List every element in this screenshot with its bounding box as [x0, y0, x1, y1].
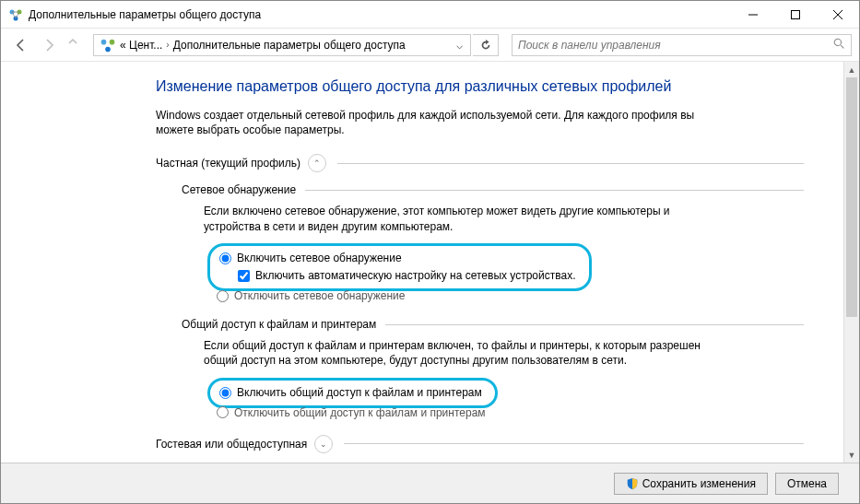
- chevron-icon: ›: [166, 40, 169, 50]
- subsection-discovery: Сетевое обнаружение Если включено сетево…: [182, 183, 804, 303]
- scrollbar[interactable]: ▲ ▼: [843, 62, 859, 463]
- intro-text: Windows создает отдельный сетевой профил…: [156, 108, 727, 137]
- network-icon: [100, 37, 116, 53]
- radio-discovery-off-label: Отключить сетевое обнаружение: [234, 289, 405, 302]
- page-title: Изменение параметров общего доступа для …: [156, 78, 804, 95]
- up-button[interactable]: [64, 32, 82, 58]
- svg-line-14: [841, 45, 843, 48]
- scroll-down-icon[interactable]: ▼: [844, 447, 859, 463]
- check-auto-setup[interactable]: Включить автоматическую настройку на сет…: [238, 267, 576, 285]
- forward-button[interactable]: [36, 32, 62, 58]
- close-button[interactable]: [817, 1, 859, 29]
- sharing-label: Общий доступ к файлам и принтерам: [182, 318, 376, 331]
- highlight-discovery: Включить сетевое обнаружение Включить ав…: [207, 243, 592, 291]
- discovery-desc: Если включено сетевое обнаружение, этот …: [204, 204, 720, 233]
- scroll-up-icon[interactable]: ▲: [844, 62, 859, 77]
- breadcrumb-seg-1[interactable]: « Цент...: [120, 39, 162, 52]
- check-auto-setup-label: Включить автоматическую настройку на сет…: [255, 267, 576, 285]
- footer: Сохранить изменения Отмена: [1, 463, 859, 503]
- svg-rect-7: [792, 10, 800, 18]
- radio-discovery-on[interactable]: Включить сетевое обнаружение: [219, 250, 576, 267]
- subsection-sharing: Общий доступ к файлам и принтерам Если о…: [182, 318, 804, 420]
- save-button-label: Сохранить изменения: [642, 477, 756, 490]
- highlight-sharing: Включить общий доступ к файлам и принтер…: [207, 378, 498, 408]
- refresh-button[interactable]: [473, 34, 499, 56]
- radio-discovery-off-input[interactable]: [217, 290, 229, 302]
- window-title: Дополнительные параметры общего доступа: [29, 8, 261, 21]
- radio-sharing-off[interactable]: Отключить общий доступ к файлам и принте…: [217, 405, 804, 420]
- breadcrumb-seg-2[interactable]: Дополнительные параметры общего доступа: [173, 39, 406, 52]
- save-button[interactable]: Сохранить изменения: [614, 473, 768, 495]
- shield-icon: [626, 477, 639, 490]
- back-button[interactable]: [8, 32, 34, 58]
- scroll-thumb[interactable]: [846, 77, 857, 317]
- svg-point-11: [110, 39, 115, 44]
- radio-sharing-off-label: Отключить общий доступ к файлам и принте…: [234, 406, 486, 419]
- window-controls: [732, 1, 859, 29]
- discovery-label: Сетевое обнаружение: [182, 183, 296, 196]
- svg-point-10: [101, 39, 107, 44]
- titlebar: Дополнительные параметры общего доступа: [1, 1, 859, 29]
- collapse-button-private[interactable]: ⌃: [308, 154, 326, 172]
- cancel-button[interactable]: Отмена: [775, 473, 839, 495]
- radio-sharing-on-input[interactable]: [219, 387, 231, 399]
- maximize-button[interactable]: [774, 1, 817, 29]
- check-auto-setup-input[interactable]: [238, 270, 250, 282]
- svg-point-13: [834, 39, 841, 45]
- minimize-button[interactable]: [732, 1, 774, 29]
- radio-sharing-on-label: Включить общий доступ к файлам и принтер…: [237, 384, 482, 402]
- radio-sharing-on[interactable]: Включить общий доступ к файлам и принтер…: [219, 384, 482, 402]
- radio-sharing-off-input[interactable]: [217, 406, 229, 418]
- cancel-button-label: Отмена: [787, 477, 827, 490]
- search-input[interactable]: [518, 39, 833, 52]
- network-icon: [8, 7, 23, 22]
- radio-discovery-on-label: Включить сетевое обнаружение: [237, 250, 402, 267]
- expand-button-guest[interactable]: ⌄: [314, 435, 333, 453]
- search-icon: [833, 38, 845, 53]
- radio-discovery-on-input[interactable]: [219, 252, 231, 264]
- svg-point-12: [105, 46, 111, 52]
- section-guest: Гостевая или общедоступная ⌄: [156, 435, 804, 453]
- section-private: Частная (текущий профиль) ⌃: [156, 154, 804, 172]
- content-area: Изменение параметров общего доступа для …: [1, 62, 859, 463]
- section-guest-title: Гостевая или общедоступная: [156, 438, 307, 451]
- navbar: « Цент... › Дополнительные параметры общ…: [1, 29, 859, 62]
- breadcrumb-dropdown[interactable]: ⌵: [451, 39, 468, 52]
- search-box[interactable]: [512, 34, 852, 56]
- sharing-desc: Если общий доступ к файлам и принтерам в…: [204, 338, 720, 368]
- section-private-title: Частная (текущий профиль): [156, 157, 300, 170]
- breadcrumb[interactable]: « Цент... › Дополнительные параметры общ…: [93, 34, 471, 56]
